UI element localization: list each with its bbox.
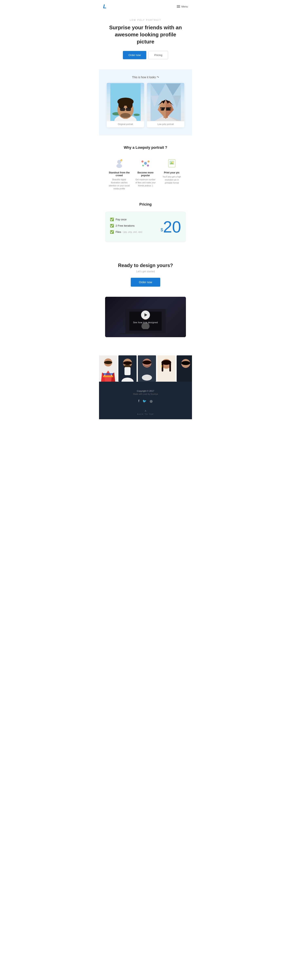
lowpoly-portrait-image [147, 83, 184, 121]
gallery-row [99, 355, 192, 382]
svg-point-55 [104, 361, 112, 364]
gallery-item-5 [177, 355, 192, 382]
play-button[interactable] [141, 310, 150, 320]
svg-point-2 [134, 114, 140, 116]
how-it-looks-section: This is how it looks ↷ [99, 69, 192, 135]
print-icon [166, 158, 177, 169]
navigation: L Menu [99, 0, 192, 13]
svg-point-37 [144, 162, 147, 165]
gallery-item-4 [157, 355, 175, 382]
hero-title: Surprise your friends with an awesome lo… [107, 24, 184, 45]
why-grid: ★ Standout from the crowd Beautiful digi… [103, 158, 188, 190]
why-section: Why a Lowpoly portrait ? ★ Standout from… [99, 135, 192, 198]
pricing-features: ✅ Pay once ✅ 2 Free iterations ✅ Files (… [110, 218, 142, 236]
svg-point-8 [127, 101, 132, 109]
standout-title: Standout from the crowd [108, 171, 130, 177]
svg-point-69 [143, 360, 151, 364]
svg-point-80 [181, 361, 190, 365]
gallery-item-2 [118, 355, 137, 382]
why-title: Why a Lowpoly portrait ? [103, 146, 188, 150]
popular-desc: Get maximum number of likes and make you… [134, 178, 157, 187]
gallery-item-3 [138, 355, 156, 382]
price-number: 20 [163, 218, 181, 236]
print-desc: You'll also get a high resolution pic in… [161, 175, 183, 185]
feature-free-iterations: ✅ 2 Free iterations [110, 224, 142, 228]
check-icon-2: ✅ [110, 224, 114, 228]
facebook-icon[interactable]: f [138, 399, 139, 403]
lowpoly-caption: Low poly portrait [147, 123, 184, 125]
hero-buttons: Order now Pricing [107, 51, 184, 59]
feature-files: ✅ Files (.jpg, .png, .psd, .eps) [110, 230, 142, 234]
pricing-card: ✅ Pay once ✅ 2 Free iterations ✅ Files (… [105, 212, 186, 242]
original-portrait-card: Original portrait [107, 83, 144, 127]
order-now-button[interactable]: Order now [123, 51, 146, 59]
cta-subtitle: Let's get started [105, 270, 186, 273]
lowpoly-portrait-card: Low poly portrait [147, 83, 184, 127]
lowpoly-portrait-svg [151, 83, 181, 121]
why-item-standout: ★ Standout from the crowd Beautiful digi… [108, 158, 130, 190]
menu-label: Menu [181, 5, 188, 8]
pricing-button[interactable]: Pricing [148, 51, 168, 59]
social-links: f 🐦 ◎ [103, 399, 188, 403]
feature-pay-once-label: Pay once [116, 218, 127, 221]
svg-point-77 [161, 367, 162, 368]
svg-rect-10 [126, 108, 131, 111]
pricing-amount: $20 [161, 219, 181, 235]
comparison-images: Original portrait [103, 83, 188, 127]
original-caption: Original portrait [107, 123, 144, 125]
how-label: This is how it looks ↷ [132, 76, 159, 79]
footer: Copyright © 2017 Made with Love by Soumy… [99, 382, 192, 419]
popular-icon [140, 158, 151, 169]
svg-rect-59 [103, 373, 113, 375]
pricing-title: Pricing [105, 202, 186, 207]
cta-section: Ready to design yours? Let's get started… [99, 253, 192, 293]
feature-pay-once: ✅ Pay once [110, 218, 142, 221]
svg-point-76 [161, 365, 162, 366]
menu-button[interactable]: Menu [177, 5, 188, 8]
hero-subtitle: LOW POLY PORTRAIT [107, 19, 184, 21]
svg-point-12 [121, 113, 130, 118]
svg-point-49 [172, 162, 173, 163]
print-title: Print your pic [161, 171, 183, 174]
feature-files-sub: (.jpg, .png, .psd, .eps) [122, 231, 142, 233]
why-item-popular: Become more popular Get maximum number o… [134, 158, 157, 190]
svg-point-34 [116, 164, 122, 168]
video-thumbnail[interactable]: See how it is designed [105, 297, 186, 337]
feature-files-label: Files [116, 231, 121, 234]
back-to-top-button[interactable]: ∧ BACK TO TOP [103, 409, 188, 415]
hamburger-icon [177, 5, 180, 8]
svg-rect-74 [162, 361, 163, 372]
video-overlay[interactable]: See how it is designed [105, 297, 186, 337]
video-label: See how it is designed [133, 321, 158, 324]
gallery-section [99, 347, 192, 382]
logo: L [103, 3, 107, 10]
twitter-icon[interactable]: 🐦 [143, 399, 146, 403]
original-portrait-image [107, 83, 144, 121]
standout-desc: Beautiful digital illustration catches a… [108, 178, 130, 190]
svg-rect-66 [124, 367, 130, 375]
hero-section: LOW POLY PORTRAIT Surprise your friends … [99, 13, 192, 69]
feature-free-iterations-label: 2 Free iterations [116, 224, 135, 227]
back-to-top-arrow: ∧ [145, 409, 146, 412]
svg-rect-9 [120, 108, 125, 111]
copyright-text: Copyright © 2017 [103, 390, 188, 392]
back-to-top-label: BACK TO TOP [137, 413, 154, 415]
popular-title: Become more popular [134, 171, 157, 177]
original-portrait-svg [110, 83, 141, 121]
video-section: See how it is designed [99, 293, 192, 347]
svg-point-70 [142, 375, 152, 381]
price-currency: $ [161, 227, 163, 232]
svg-text:★: ★ [121, 159, 122, 161]
svg-point-63 [123, 361, 132, 365]
cta-title: Ready to design yours? [105, 262, 186, 268]
made-by-text: Made with Love by Soumya [103, 393, 188, 395]
svg-rect-60 [103, 375, 113, 377]
play-triangle-icon [145, 313, 147, 317]
svg-point-7 [118, 101, 124, 109]
cta-order-button[interactable]: Order now [131, 278, 160, 286]
standout-icon: ★ [114, 158, 125, 169]
gallery-item-1 [99, 355, 117, 382]
instagram-icon[interactable]: ◎ [150, 399, 153, 403]
pricing-section: Pricing ✅ Pay once ✅ 2 Free iterations ✅… [99, 198, 192, 253]
arrow-icon: ↷ [157, 76, 159, 79]
